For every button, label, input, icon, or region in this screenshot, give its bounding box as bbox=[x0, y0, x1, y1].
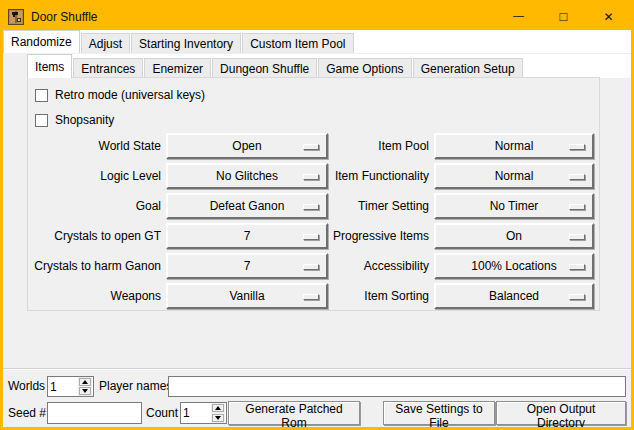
dropdown-indicator-icon bbox=[303, 144, 319, 150]
spin-up-icon bbox=[82, 380, 88, 384]
spin-down-button[interactable] bbox=[212, 414, 224, 422]
goal-label: Goal bbox=[28, 193, 161, 219]
dropdown-indicator-icon bbox=[569, 144, 585, 150]
options-grid: World State Open Item Pool Normal Logic … bbox=[28, 133, 599, 313]
count-spinbox bbox=[180, 402, 227, 424]
seed-label: Seed # bbox=[8, 402, 46, 424]
crystals-harm-ganon-label: Crystals to harm Ganon bbox=[28, 253, 161, 279]
tab-game-options[interactable]: Game Options bbox=[318, 58, 411, 78]
tab-entrances[interactable]: Entrances bbox=[73, 58, 143, 78]
options-row: Crystals to open GT 7 Progressive Items … bbox=[28, 223, 599, 249]
seed-input[interactable] bbox=[47, 402, 142, 424]
dropdown-indicator-icon bbox=[303, 264, 319, 270]
items-tab-pane: Retro mode (universal keys) Shopsanity W… bbox=[27, 77, 600, 311]
checkbox-icon bbox=[35, 114, 48, 127]
item-sorting-label: Item Sorting bbox=[328, 283, 429, 309]
spin-arrows bbox=[78, 377, 92, 396]
item-pool-label: Item Pool bbox=[328, 133, 429, 159]
checkbox-icon bbox=[35, 89, 48, 102]
bottom-panel: Worlds Player names Seed # Count Generat… bbox=[3, 368, 631, 427]
spin-arrows bbox=[211, 403, 225, 423]
tab-dungeon-shuffle[interactable]: Dungeon Shuffle bbox=[212, 58, 317, 78]
options-row: Logic Level No Glitches Item Functionali… bbox=[28, 163, 599, 189]
inner-tab-bar: Items Entrances Enemizer Dungeon Shuffle… bbox=[27, 54, 631, 78]
tab-custom-item-pool[interactable]: Custom Item Pool bbox=[242, 33, 353, 53]
dropdown-item-functionality[interactable]: Normal bbox=[434, 163, 594, 189]
close-button[interactable]: ✕ bbox=[586, 3, 631, 30]
options-row: World State Open Item Pool Normal bbox=[28, 133, 599, 159]
world-state-label: World State bbox=[28, 133, 161, 159]
minimize-icon: — bbox=[513, 9, 524, 21]
player-names-label: Player names bbox=[99, 375, 172, 397]
dropdown-indicator-icon bbox=[569, 174, 585, 180]
worlds-label: Worlds bbox=[8, 375, 45, 397]
dropdown-indicator-icon bbox=[303, 234, 319, 240]
dropdown-indicator-icon bbox=[303, 294, 319, 300]
tab-starting-inventory[interactable]: Starting Inventory bbox=[131, 33, 241, 53]
dropdown-accessibility[interactable]: 100% Locations bbox=[434, 253, 594, 279]
dropdown-weapons[interactable]: Vanilla bbox=[166, 283, 328, 309]
close-icon: ✕ bbox=[603, 10, 613, 24]
tab-adjust[interactable]: Adjust bbox=[81, 33, 130, 53]
spin-down-icon bbox=[215, 416, 221, 420]
tab-generation-setup[interactable]: Generation Setup bbox=[413, 58, 523, 78]
count-label: Count bbox=[146, 402, 178, 424]
spin-up-button[interactable] bbox=[212, 404, 224, 412]
spin-up-button[interactable] bbox=[79, 378, 91, 386]
dropdown-crystals-open-gt[interactable]: 7 bbox=[166, 223, 328, 249]
door-shuffle-window: Door Shuffle — □ ✕ Randomize Adjust Star… bbox=[0, 0, 634, 430]
options-row: Goal Defeat Ganon Timer Setting No Timer bbox=[28, 193, 599, 219]
logic-level-label: Logic Level bbox=[28, 163, 161, 189]
tab-items[interactable]: Items bbox=[27, 54, 72, 78]
dropdown-indicator-icon bbox=[569, 204, 585, 210]
app-icon bbox=[8, 9, 24, 25]
count-input[interactable] bbox=[181, 403, 211, 423]
options-row: Crystals to harm Ganon 7 Accessibility 1… bbox=[28, 253, 599, 279]
dropdown-timer-setting[interactable]: No Timer bbox=[434, 193, 594, 219]
window-title: Door Shuffle bbox=[31, 10, 98, 24]
dropdown-crystals-harm-ganon[interactable]: 7 bbox=[166, 253, 328, 279]
dropdown-indicator-icon bbox=[303, 204, 319, 210]
worlds-input[interactable] bbox=[48, 377, 78, 396]
item-functionality-label: Item Functionality bbox=[328, 163, 429, 189]
checkbox-retro-mode[interactable]: Retro mode (universal keys) bbox=[35, 87, 205, 103]
dropdown-indicator-icon bbox=[569, 264, 585, 270]
worlds-spinbox bbox=[47, 376, 94, 397]
dropdown-indicator-icon bbox=[303, 174, 319, 180]
maximize-button[interactable]: □ bbox=[541, 3, 586, 30]
timer-setting-label: Timer Setting bbox=[328, 193, 429, 219]
dropdown-logic-level[interactable]: No Glitches bbox=[166, 163, 328, 189]
weapons-label: Weapons bbox=[28, 283, 161, 309]
dropdown-item-sorting[interactable]: Balanced bbox=[434, 283, 594, 309]
maximize-icon: □ bbox=[560, 9, 568, 24]
outer-tab-bar: Randomize Adjust Starting Inventory Cust… bbox=[3, 30, 631, 53]
window-controls: — □ ✕ bbox=[496, 3, 631, 30]
dropdown-indicator-icon bbox=[569, 234, 585, 240]
spin-down-button[interactable] bbox=[79, 387, 91, 395]
spin-up-icon bbox=[215, 406, 221, 410]
checkbox-label: Retro mode (universal keys) bbox=[55, 88, 205, 102]
checkbox-label: Shopsanity bbox=[55, 113, 114, 127]
checkbox-shopsanity[interactable]: Shopsanity bbox=[35, 112, 114, 128]
save-settings-button[interactable]: Save Settings to File bbox=[383, 401, 495, 425]
dropdown-indicator-icon bbox=[569, 294, 585, 300]
dropdown-goal[interactable]: Defeat Ganon bbox=[166, 193, 328, 219]
accessibility-label: Accessibility bbox=[328, 253, 429, 279]
dropdown-progressive-items[interactable]: On bbox=[434, 223, 594, 249]
crystals-open-gt-label: Crystals to open GT bbox=[28, 223, 161, 249]
tab-enemizer[interactable]: Enemizer bbox=[144, 58, 211, 78]
dropdown-item-pool[interactable]: Normal bbox=[434, 133, 594, 159]
title-bar: Door Shuffle — □ ✕ bbox=[3, 3, 631, 30]
open-output-directory-button[interactable]: Open Output Directory bbox=[496, 401, 626, 425]
generate-patched-rom-button[interactable]: Generate Patched Rom bbox=[228, 401, 360, 425]
dropdown-world-state[interactable]: Open bbox=[166, 133, 328, 159]
minimize-button[interactable]: — bbox=[496, 3, 541, 30]
spin-down-icon bbox=[82, 389, 88, 393]
player-names-input[interactable] bbox=[168, 376, 626, 397]
tab-randomize[interactable]: Randomize bbox=[3, 30, 80, 53]
options-row: Weapons Vanilla Item Sorting Balanced bbox=[28, 283, 599, 309]
progressive-items-label: Progressive Items bbox=[328, 223, 429, 249]
